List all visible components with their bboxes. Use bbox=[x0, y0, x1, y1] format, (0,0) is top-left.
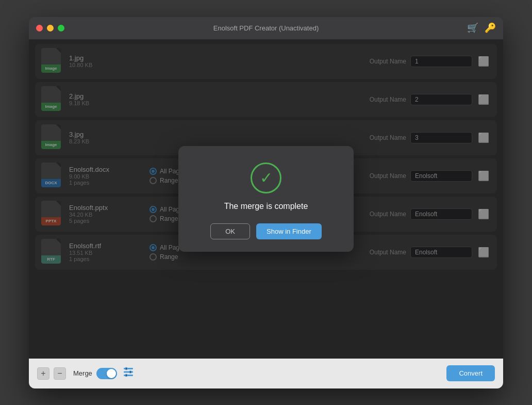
window-title: Enolsoft PDF Creator (Unactivated) bbox=[213, 24, 319, 32]
add-file-button[interactable]: + bbox=[37, 367, 49, 380]
success-modal: ✓ The merge is complete OK Show in Finde… bbox=[178, 146, 354, 252]
modal-title: The merge is complete bbox=[224, 202, 308, 211]
modal-overlay: ✓ The merge is complete OK Show in Finde… bbox=[29, 40, 503, 359]
ok-button[interactable]: OK bbox=[210, 223, 250, 239]
merge-toggle[interactable] bbox=[96, 368, 117, 379]
app-window: Enolsoft PDF Creator (Unactivated) 🛒 🔑 I… bbox=[29, 17, 503, 388]
toggle-knob bbox=[107, 369, 116, 378]
cart-icon[interactable]: 🛒 bbox=[467, 22, 478, 34]
merge-label: Merge bbox=[73, 369, 92, 377]
show-in-finder-button[interactable]: Show in Finder bbox=[256, 223, 322, 239]
remove-file-button[interactable]: − bbox=[54, 367, 66, 380]
minimize-button[interactable] bbox=[47, 25, 54, 31]
convert-button[interactable]: Convert bbox=[446, 365, 495, 381]
window-controls bbox=[36, 25, 64, 31]
svg-point-3 bbox=[125, 368, 127, 370]
maximize-button[interactable] bbox=[58, 25, 64, 31]
close-button[interactable] bbox=[36, 25, 43, 31]
titlebar-actions: 🛒 🔑 bbox=[467, 22, 496, 34]
svg-point-5 bbox=[125, 375, 127, 377]
titlebar: Enolsoft PDF Creator (Unactivated) 🛒 🔑 bbox=[29, 17, 503, 40]
checkmark-icon: ✓ bbox=[260, 170, 273, 186]
merge-settings-button[interactable] bbox=[121, 366, 136, 381]
modal-buttons: OK Show in Finder bbox=[191, 223, 341, 239]
svg-point-4 bbox=[129, 371, 131, 373]
bottom-bar: + − Merge Convert bbox=[29, 359, 503, 388]
key-icon[interactable]: 🔑 bbox=[485, 22, 496, 34]
success-icon-circle: ✓ bbox=[251, 163, 281, 193]
